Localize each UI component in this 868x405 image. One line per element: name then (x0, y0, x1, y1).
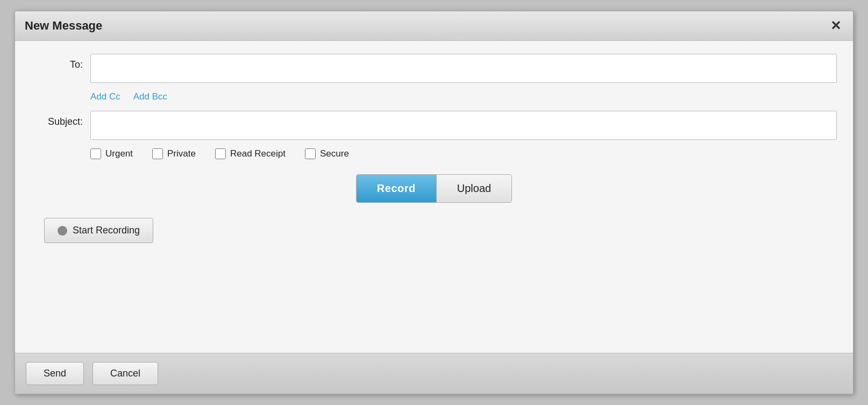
start-recording-button[interactable]: Start Recording (44, 218, 153, 243)
urgent-checkbox[interactable] (90, 148, 101, 159)
checkboxes-row: Urgent Private Read Receipt Secure (31, 148, 837, 159)
secure-checkbox[interactable] (305, 148, 316, 159)
secure-checkbox-item[interactable]: Secure (305, 148, 349, 159)
start-recording-label: Start Recording (73, 225, 140, 236)
record-dot-icon (58, 226, 67, 236)
send-button[interactable]: Send (26, 362, 84, 385)
start-recording-row: Start Recording (31, 218, 837, 243)
record-tab-button[interactable]: Record (357, 175, 436, 202)
to-label: To: (31, 54, 90, 70)
private-checkbox[interactable] (152, 148, 163, 159)
urgent-label: Urgent (105, 148, 133, 159)
record-upload-row: Record Upload (31, 174, 837, 203)
close-button[interactable]: ✕ (828, 19, 843, 32)
private-checkbox-item[interactable]: Private (152, 148, 196, 159)
cancel-button[interactable]: Cancel (93, 362, 158, 385)
read-receipt-checkbox-item[interactable]: Read Receipt (215, 148, 286, 159)
dialog-body: To: Add Cc Add Bcc Subject: Urgent Priva… (15, 41, 853, 353)
dialog-footer: Send Cancel (15, 353, 853, 394)
dialog-title: New Message (25, 19, 102, 33)
to-row: To: (31, 54, 837, 83)
read-receipt-checkbox[interactable] (215, 148, 226, 159)
cc-bcc-row: Add Cc Add Bcc (31, 91, 837, 102)
to-input[interactable] (90, 54, 837, 83)
subject-input[interactable] (90, 111, 837, 140)
private-label: Private (167, 148, 196, 159)
secure-label: Secure (320, 148, 349, 159)
urgent-checkbox-item[interactable]: Urgent (90, 148, 133, 159)
subject-label: Subject: (31, 111, 90, 127)
record-upload-tab-group: Record Upload (356, 174, 512, 203)
dialog-titlebar: New Message ✕ (15, 11, 853, 41)
add-bcc-button[interactable]: Add Bcc (133, 91, 167, 102)
new-message-dialog: New Message ✕ To: Add Cc Add Bcc Subject… (15, 11, 853, 394)
subject-row: Subject: (31, 111, 837, 140)
add-cc-button[interactable]: Add Cc (90, 91, 120, 102)
upload-tab-button[interactable]: Upload (436, 175, 511, 202)
read-receipt-label: Read Receipt (230, 148, 286, 159)
